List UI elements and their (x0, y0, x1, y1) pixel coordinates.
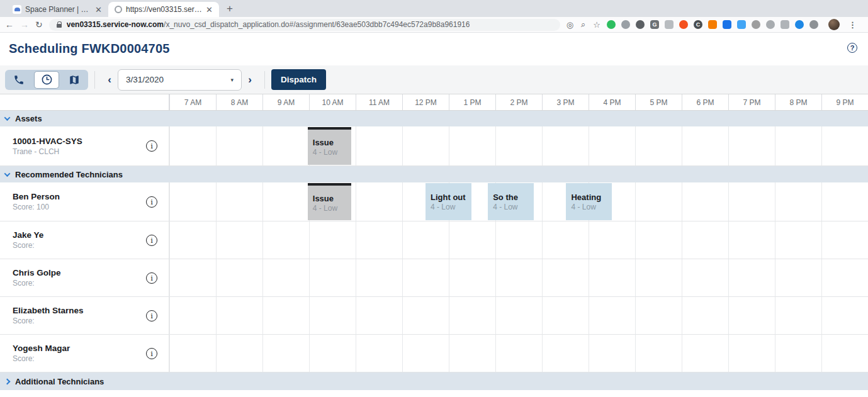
back-button[interactable]: ← (5, 20, 14, 29)
avatar[interactable] (828, 19, 840, 30)
section-header-recommended-technicians[interactable]: Recommended Technicians (0, 166, 868, 182)
previous-day-button[interactable]: ‹ (101, 74, 118, 86)
g-suite-extension-icon[interactable]: G (650, 20, 659, 29)
row-title: Ben Person (13, 192, 169, 201)
grid-column (542, 335, 589, 372)
grid-column (821, 259, 868, 296)
tab-service-now[interactable]: https://ven03315.service-now... ✕ (108, 2, 219, 17)
bird-extension-icon[interactable] (621, 20, 630, 29)
next-day-button[interactable]: › (242, 74, 258, 86)
tab-title: https://ven03315.service-now... (126, 5, 202, 14)
event-block[interactable]: Issue4 - Low (308, 183, 351, 220)
info-icon[interactable]: i (146, 348, 157, 359)
hour-label: 7 AM (169, 94, 216, 110)
frame-extension-icon[interactable] (781, 20, 789, 29)
video-camera-extension-icon[interactable] (723, 20, 731, 29)
grid-column (682, 297, 728, 334)
event-block[interactable]: Heating4 - Low (566, 183, 612, 220)
row-info-cell: 10001-HVAC-SYSTrane - CLCHi (0, 126, 169, 165)
new-tab-button[interactable]: + (227, 3, 233, 17)
grid-column (169, 126, 216, 165)
close-tab-icon[interactable]: ✕ (206, 6, 213, 14)
row-subtitle: Trane - CLCH (13, 147, 169, 156)
flame-extension-icon[interactable] (679, 20, 688, 29)
view-mode-segmented-control (5, 70, 88, 90)
row-title: Elizabeth Starnes (13, 306, 169, 315)
row-timeline[interactable] (169, 221, 868, 259)
hour-label: 8 AM (216, 94, 262, 110)
blue-ring-extension-icon[interactable] (795, 20, 804, 29)
evernote-icon[interactable] (607, 20, 616, 29)
schedule-row: Ben PersonScore: 100iIssue4 - LowLight o… (0, 182, 868, 221)
timeline-hours-header: 7 AM8 AM9 AM10 AM11 AM12 PM1 PM2 PM3 PM4… (0, 94, 868, 111)
zoom-icon[interactable]: ⌕ (581, 20, 585, 30)
globe-favicon-icon (115, 6, 122, 13)
row-timeline[interactable] (169, 297, 868, 334)
date-value: 3/31/2020 (126, 75, 164, 84)
reload-button[interactable]: ↻ (35, 20, 43, 29)
schedule-row: Jake YeScore:i (0, 221, 868, 259)
address-bar[interactable]: ven03315.service-now.com/x_nuvo_csd_disp… (49, 19, 560, 31)
timeline-header-spacer (0, 94, 169, 110)
row-timeline[interactable]: Issue4 - Low (169, 126, 868, 165)
row-timeline[interactable]: Issue4 - LowLight out4 - LowSo the4 - Lo… (169, 182, 868, 221)
event-severity: 4 - Low (313, 204, 351, 213)
dark-circle-extension-icon[interactable] (636, 20, 645, 29)
grid-column (542, 259, 589, 296)
orange-grid-extension-icon[interactable] (708, 20, 717, 29)
schedule-view-button[interactable] (34, 71, 59, 89)
event-block[interactable]: Light out4 - Low (426, 183, 471, 220)
event-block[interactable]: Issue4 - Low (308, 127, 351, 165)
date-picker[interactable]: 3/31/2020 ▾ (118, 69, 242, 91)
phone-view-button[interactable] (5, 70, 33, 90)
section-label: Recommended Technicians (15, 170, 123, 179)
grid-column (402, 126, 449, 165)
row-subtitle: Score: (13, 316, 169, 325)
puzzle-extension-icon[interactable] (809, 20, 818, 29)
hour-label: 4 PM (589, 94, 635, 110)
row-timeline[interactable] (169, 259, 868, 296)
grid-column (495, 297, 542, 334)
row-timeline[interactable] (169, 335, 868, 372)
grid-column (309, 335, 356, 372)
event-title: Heating (571, 193, 612, 202)
info-icon[interactable]: i (146, 272, 157, 284)
grid-column (682, 126, 728, 165)
map-icon (69, 74, 80, 86)
grid-column (728, 182, 775, 221)
hour-label: 2 PM (495, 94, 542, 110)
grid-column (589, 259, 635, 296)
event-severity: 4 - Low (571, 203, 612, 211)
grid-column (635, 182, 682, 221)
send-to-device-icon[interactable]: ◎ (566, 20, 573, 30)
info-icon[interactable]: i (146, 196, 157, 208)
info-icon[interactable]: i (146, 310, 157, 322)
event-block[interactable]: So the4 - Low (488, 183, 534, 220)
info-icon[interactable]: i (146, 235, 157, 246)
tab-space-planner[interactable]: Space Planner | ven03315 ✕ (6, 2, 108, 17)
close-tab-icon[interactable]: ✕ (95, 6, 102, 14)
row-title: Yogesh Magar (13, 344, 169, 353)
info-icon[interactable]: i (146, 140, 157, 152)
help-button[interactable]: ? (847, 43, 857, 53)
map-view-button[interactable] (60, 70, 88, 90)
bookmark-star-icon[interactable]: ☆ (593, 20, 600, 30)
dispatch-button[interactable]: Dispatch (271, 69, 326, 90)
browser-menu-icon[interactable]: ⋮ (848, 20, 857, 30)
event-title: Issue (313, 138, 351, 147)
grid-column (169, 259, 216, 296)
gray-extension-icon[interactable] (665, 20, 674, 29)
forward-button[interactable]: → (20, 20, 29, 29)
grid-column (449, 335, 495, 372)
grid-column (449, 259, 495, 296)
section-header-assets[interactable]: Assets (0, 111, 868, 126)
row-title: Jake Ye (13, 230, 169, 240)
section-header-additional-technicians[interactable]: Additional Technicians (0, 372, 868, 390)
grid-column (589, 335, 635, 372)
grid-column (495, 126, 542, 165)
screen-share-extension-icon[interactable] (737, 20, 746, 29)
gray-dot-extension-icon[interactable] (752, 20, 760, 29)
c-extension-icon[interactable]: C (694, 20, 702, 29)
grid-column (728, 126, 775, 165)
cloud-drive-extension-icon[interactable] (766, 20, 775, 29)
